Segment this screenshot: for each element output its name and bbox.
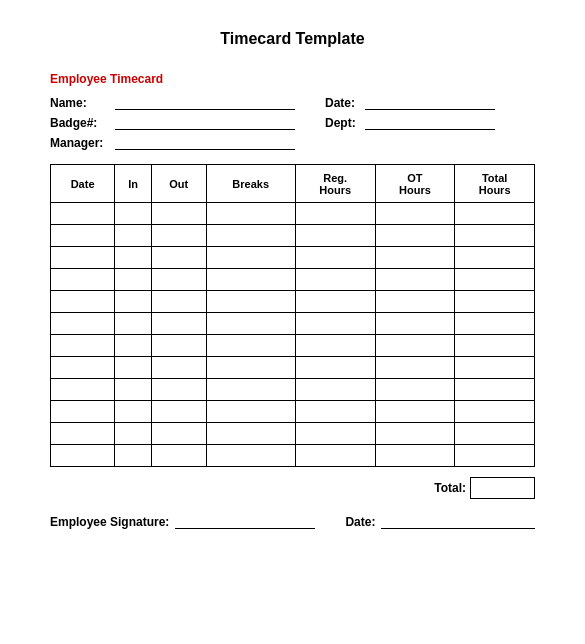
table-cell[interactable] [151,269,206,291]
table-cell[interactable] [206,313,295,335]
table-cell[interactable] [151,247,206,269]
table-cell[interactable] [51,247,115,269]
table-cell[interactable] [206,379,295,401]
table-cell[interactable] [151,225,206,247]
table-cell[interactable] [295,445,375,467]
table-cell[interactable] [115,445,152,467]
table-cell[interactable] [206,269,295,291]
col-in: In [115,165,152,203]
signature-date-label: Date: [345,515,375,529]
table-cell[interactable] [115,225,152,247]
table-cell[interactable] [206,335,295,357]
badge-input[interactable] [115,116,295,130]
table-cell[interactable] [206,423,295,445]
table-cell[interactable] [51,401,115,423]
table-header-row: Date In Out Breaks Reg.Hours OTHours Tot… [51,165,535,203]
table-cell[interactable] [115,423,152,445]
table-cell[interactable] [115,291,152,313]
table-cell[interactable] [115,247,152,269]
table-cell[interactable] [151,401,206,423]
table-cell[interactable] [151,445,206,467]
table-cell[interactable] [51,225,115,247]
table-cell[interactable] [375,423,455,445]
name-input[interactable] [115,96,295,110]
table-cell[interactable] [295,313,375,335]
table-cell[interactable] [455,203,535,225]
table-cell[interactable] [295,423,375,445]
table-cell[interactable] [455,445,535,467]
table-cell[interactable] [295,401,375,423]
employee-signature-label: Employee Signature: [50,515,169,529]
table-cell[interactable] [375,225,455,247]
table-cell[interactable] [151,203,206,225]
employee-signature-input[interactable] [175,515,315,529]
table-cell[interactable] [455,335,535,357]
table-cell[interactable] [51,203,115,225]
table-cell[interactable] [115,379,152,401]
table-cell[interactable] [206,357,295,379]
table-cell[interactable] [51,291,115,313]
date-input[interactable] [365,96,495,110]
table-cell[interactable] [295,291,375,313]
table-cell[interactable] [295,247,375,269]
table-cell[interactable] [51,423,115,445]
table-cell[interactable] [206,291,295,313]
table-cell[interactable] [151,379,206,401]
table-cell[interactable] [295,203,375,225]
table-cell[interactable] [206,203,295,225]
table-cell[interactable] [455,357,535,379]
table-cell[interactable] [115,357,152,379]
table-cell[interactable] [115,203,152,225]
table-cell[interactable] [455,225,535,247]
table-cell[interactable] [295,379,375,401]
table-cell[interactable] [455,291,535,313]
manager-input[interactable] [115,136,295,150]
table-cell[interactable] [375,291,455,313]
table-cell[interactable] [206,401,295,423]
table-cell[interactable] [206,225,295,247]
table-cell[interactable] [375,401,455,423]
table-cell[interactable] [115,269,152,291]
table-cell[interactable] [375,269,455,291]
table-cell[interactable] [51,379,115,401]
table-cell[interactable] [151,423,206,445]
table-cell[interactable] [455,269,535,291]
table-cell[interactable] [115,401,152,423]
table-cell[interactable] [295,357,375,379]
table-cell[interactable] [375,379,455,401]
table-cell[interactable] [151,357,206,379]
table-cell[interactable] [455,247,535,269]
table-cell[interactable] [455,379,535,401]
table-cell[interactable] [115,313,152,335]
table-cell[interactable] [455,423,535,445]
table-cell[interactable] [206,445,295,467]
table-cell[interactable] [151,335,206,357]
table-cell[interactable] [375,445,455,467]
table-cell[interactable] [151,313,206,335]
table-cell[interactable] [375,313,455,335]
manager-label: Manager: [50,136,115,150]
dept-input[interactable] [365,116,495,130]
manager-row: Manager: [50,136,535,150]
table-cell[interactable] [206,247,295,269]
table-cell[interactable] [375,203,455,225]
table-cell[interactable] [51,269,115,291]
table-row [51,445,535,467]
table-cell[interactable] [375,247,455,269]
table-cell[interactable] [151,291,206,313]
table-cell[interactable] [295,269,375,291]
table-cell[interactable] [375,335,455,357]
table-cell[interactable] [455,313,535,335]
table-cell[interactable] [375,357,455,379]
table-cell[interactable] [51,313,115,335]
page-title: Timecard Template [50,30,535,48]
table-cell[interactable] [455,401,535,423]
table-cell[interactable] [295,335,375,357]
signature-date-input[interactable] [381,515,535,529]
table-cell[interactable] [51,335,115,357]
table-cell[interactable] [295,225,375,247]
total-value-box[interactable] [470,477,535,499]
table-cell[interactable] [51,445,115,467]
table-cell[interactable] [115,335,152,357]
table-cell[interactable] [51,357,115,379]
